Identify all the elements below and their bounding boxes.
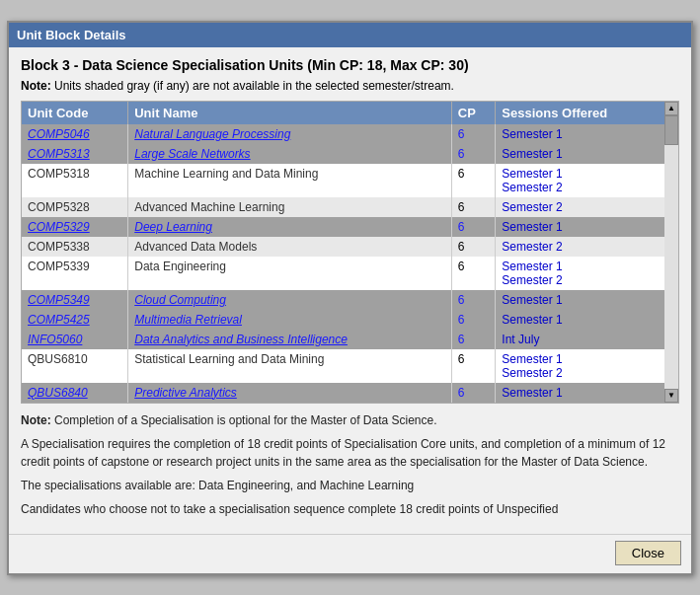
col-cp: CP [451,102,496,124]
table-row-cp: 6 [451,383,496,403]
units-table: Unit Code Unit Name CP Sessions Offered … [22,102,664,403]
table-row-name[interactable]: Predictive Analytics [128,383,452,403]
col-sessions: Sessions Offered [496,102,664,124]
table-row-code[interactable]: COMP5349 [22,290,128,310]
table-row-name[interactable]: Natural Language Processing [128,124,452,144]
table-row-cp: 6 [451,237,496,257]
scroll-track [664,115,678,389]
scrollbar[interactable]: ▲ ▼ [664,102,678,403]
block-heading: Block 3 - Data Science Specialisation Un… [21,57,679,73]
table-row-sessions: Semester 1 [496,383,664,403]
table-row-code[interactable]: COMP5328 [22,197,128,217]
table-scroll-container: Unit Code Unit Name CP Sessions Offered … [21,101,679,404]
table-row-code[interactable]: COMP5338 [22,237,128,257]
table-row-name: Advanced Data Models [128,237,452,257]
table-row-sessions: Semester 1 [496,217,664,237]
dialog-footer: Close [9,534,691,573]
table-row-cp: 6 [451,217,496,237]
close-button[interactable]: Close [615,541,681,565]
table-row-code[interactable]: COMP5425 [22,310,128,330]
table-row-code[interactable]: COMP5318 [22,164,128,197]
table-row-cp: 6 [451,164,496,197]
table-row-name: Statistical Learning and Data Mining [128,349,452,383]
footer-note-paragraph: Note: Completion of a Specialisation is … [21,411,679,429]
col-unit-code: Unit Code [22,102,128,124]
table-row-name[interactable]: Large Scale Networks [128,144,452,164]
table-row-sessions: Semester 2 [496,237,664,257]
table-row-code[interactable]: INFO5060 [22,330,128,349]
table-row-name[interactable]: Cloud Computing [128,290,452,310]
table-row-cp: 6 [451,144,496,164]
table-row-sessions: Semester 1 [496,124,664,144]
dialog-title: Unit Block Details [9,23,691,47]
table-row-sessions: Semester 1Semester 2 [496,164,664,197]
scroll-up-button[interactable]: ▲ [664,102,678,115]
table-row-cp: 6 [451,124,496,144]
availability-note: Note: Units shaded gray (if any) are not… [21,79,679,93]
table-row-code[interactable]: COMP5313 [22,144,128,164]
table-row-sessions: Semester 1 [496,310,664,330]
footer-note-paragraph: Candidates who choose not to take a spec… [21,500,679,518]
note-text: Units shaded gray (if any) are not avail… [54,79,454,93]
table-row-code[interactable]: QBUS6810 [22,349,128,383]
table-row-cp: 6 [451,349,496,383]
table-row-cp: 6 [451,197,496,217]
table-row-name: Data Engineering [128,257,452,290]
col-unit-name: Unit Name [128,102,452,124]
footer-note-bold: Note: [21,413,51,427]
table-row-cp: 6 [451,257,496,290]
table-row-name[interactable]: Multimedia Retrieval [128,310,452,330]
table-row-name: Machine Learning and Data Mining [128,164,452,197]
units-table-body: COMP5046Natural Language Processing6Seme… [22,124,664,403]
table-header-row: Unit Code Unit Name CP Sessions Offered [22,102,664,124]
table-row-cp: 6 [451,310,496,330]
table-row-sessions: Int July [496,330,664,349]
table-row-code[interactable]: COMP5339 [22,257,128,290]
table-row-code[interactable]: QBUS6840 [22,383,128,403]
table-row-sessions: Semester 1Semester 2 [496,257,664,290]
table-row-sessions: Semester 2 [496,197,664,217]
table-row-name[interactable]: Data Analytics and Business Intelligence [128,330,452,349]
table-row-name: Advanced Machine Learning [128,197,452,217]
note-label: Note: [21,79,51,93]
table-row-cp: 6 [451,330,496,349]
table-row-sessions: Semester 1Semester 2 [496,349,664,383]
table-row-code[interactable]: COMP5329 [22,217,128,237]
table-row-cp: 6 [451,290,496,310]
table-row-name[interactable]: Deep Learning [128,217,452,237]
footer-note-paragraph: The specialisations available are: Data … [21,477,679,494]
dialog-body: Block 3 - Data Science Specialisation Un… [9,47,691,534]
scroll-thumb[interactable] [664,115,678,145]
table-wrapper: Unit Code Unit Name CP Sessions Offered … [22,102,664,403]
table-row-code[interactable]: COMP5046 [22,124,128,144]
footer-note-paragraph: A Specialisation requires the completion… [21,435,679,471]
footer-notes: Note: Completion of a Specialisation is … [21,411,679,524]
table-row-sessions: Semester 1 [496,290,664,310]
unit-block-dialog: Unit Block Details Block 3 - Data Scienc… [7,21,693,575]
scroll-down-button[interactable]: ▼ [664,389,678,403]
table-row-sessions: Semester 1 [496,144,664,164]
